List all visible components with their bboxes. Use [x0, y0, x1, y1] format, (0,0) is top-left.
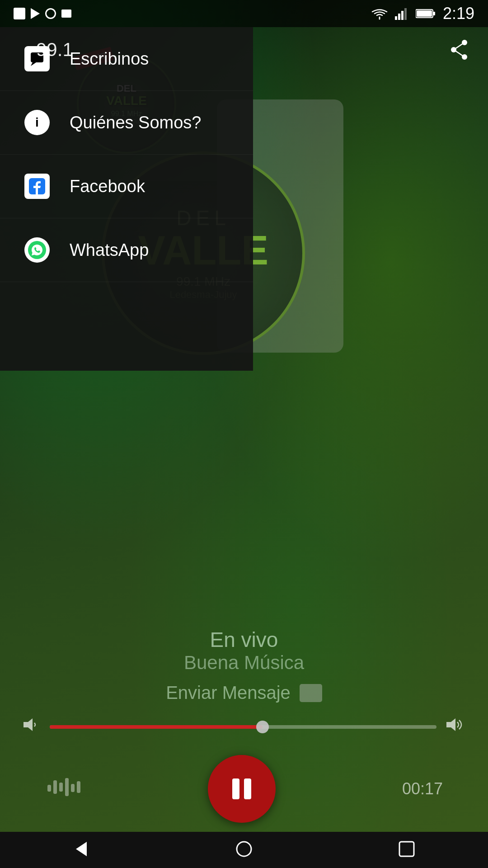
svg-rect-55	[232, 778, 239, 799]
svg-rect-51	[59, 783, 63, 792]
message-small-icon	[300, 684, 322, 702]
player-area: En vivo Buena Música Enviar Mensaje	[0, 627, 488, 832]
menu-label-whatsapp: WhatsApp	[70, 241, 149, 260]
svg-rect-59	[399, 842, 414, 856]
facebook-icon	[24, 174, 50, 199]
wifi-icon	[371, 7, 388, 20]
nav-recent-button[interactable]	[397, 839, 417, 861]
svg-rect-50	[53, 780, 57, 794]
svg-marker-48	[446, 718, 455, 731]
volume-high-icon	[446, 717, 465, 737]
status-icon-square	[14, 8, 25, 19]
menu-label-facebook: Facebook	[70, 177, 145, 196]
status-left-icons	[14, 8, 71, 19]
svg-rect-53	[71, 784, 75, 792]
pause-icon	[226, 773, 258, 805]
menu-label-quienes: Quiénes Somos?	[70, 113, 202, 132]
svg-rect-52	[65, 778, 69, 796]
volume-fill	[50, 725, 263, 729]
battery-icon	[416, 8, 436, 19]
svg-point-58	[237, 842, 251, 856]
controls-row: 00:17	[18, 755, 470, 823]
volume-thumb[interactable]	[256, 721, 269, 733]
app-bar-title: 99.1	[36, 39, 73, 61]
enviar-mensaje-row[interactable]: Enviar Mensaje	[18, 683, 470, 703]
svg-rect-33	[401, 11, 404, 20]
svg-rect-34	[404, 8, 407, 20]
svg-marker-57	[76, 842, 87, 856]
svg-rect-37	[417, 10, 432, 17]
menu-item-whatsapp[interactable]: WhatsApp	[0, 218, 253, 282]
status-icon-card	[61, 9, 71, 18]
nav-home-button[interactable]	[234, 839, 254, 861]
app-bar: 99.1	[0, 27, 488, 72]
svg-line-42	[454, 50, 465, 57]
status-time: 2:19	[443, 4, 474, 23]
menu-item-facebook[interactable]: Facebook	[0, 155, 253, 218]
share-icon[interactable]	[448, 39, 470, 61]
volume-slider[interactable]	[50, 725, 436, 729]
menu-icon-wrap-quienes: i	[23, 108, 52, 137]
svg-rect-56	[244, 778, 251, 799]
svg-rect-31	[395, 16, 397, 20]
nav-bar	[0, 832, 488, 868]
buena-musica-label: Buena Música	[18, 652, 470, 674]
signal-icon	[395, 7, 408, 20]
svg-line-41	[454, 42, 465, 50]
volume-low-icon	[23, 717, 41, 737]
nav-back-button[interactable]	[71, 839, 91, 861]
status-icon-circle	[45, 8, 56, 19]
svg-marker-47	[23, 718, 33, 731]
info-icon: i	[24, 110, 50, 135]
svg-rect-32	[398, 14, 400, 20]
status-icon-play	[31, 8, 40, 19]
status-bar: 2:19	[0, 0, 488, 27]
en-vivo-label: En vivo	[18, 627, 470, 652]
now-playing-text: En vivo Buena Música	[18, 627, 470, 674]
menu-icon-wrap-facebook	[23, 172, 52, 201]
menu-item-quienes-somos[interactable]: i Quiénes Somos?	[0, 91, 253, 155]
svg-rect-36	[433, 12, 435, 15]
svg-rect-54	[77, 781, 80, 793]
waveform-icon	[45, 776, 81, 802]
whatsapp-icon	[24, 237, 50, 263]
time-display: 00:17	[402, 779, 443, 798]
volume-row	[18, 717, 470, 737]
menu-icon-wrap-whatsapp	[23, 236, 52, 264]
svg-rect-49	[47, 785, 51, 792]
drawer-menu: Escribinos i Quiénes Somos? Facebook	[0, 27, 253, 371]
status-right-icons: 2:19	[371, 4, 474, 23]
pause-button[interactable]	[208, 755, 276, 823]
enviar-mensaje-label: Enviar Mensaje	[166, 683, 291, 703]
